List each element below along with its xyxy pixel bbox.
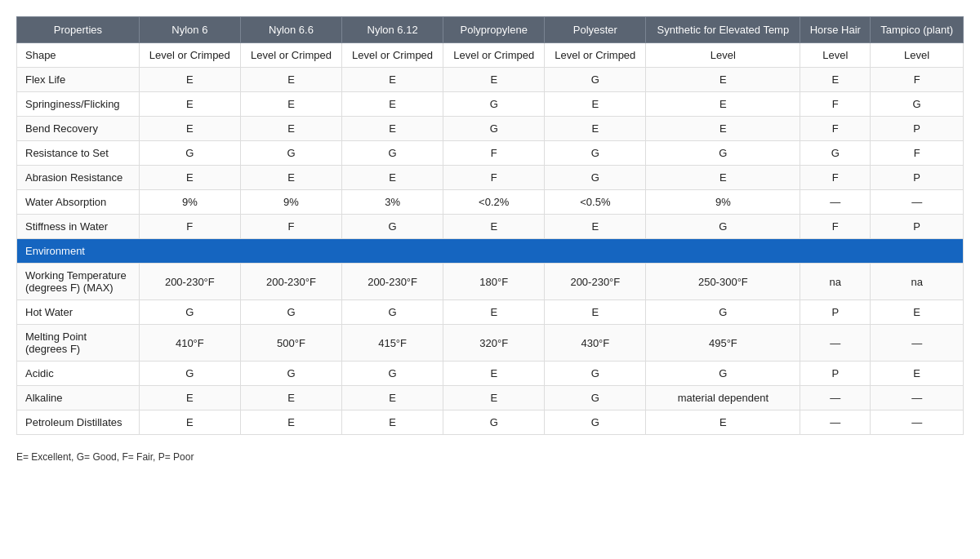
- cell-1-5: E: [646, 92, 800, 117]
- env-cell-0-3: 180°F: [443, 264, 545, 300]
- env-cell-5-4: G: [545, 410, 646, 435]
- cell-2-1: E: [240, 117, 341, 141]
- env-cell-0-0: 200-230°F: [139, 264, 240, 300]
- table-body: ShapeLevel or CrimpedLevel or CrimpedLev…: [17, 43, 964, 435]
- cell-1-6: F: [800, 92, 871, 117]
- table-row: Springiness/FlickingEEEGEEFG: [17, 92, 964, 117]
- env-cell-1-4: E: [545, 300, 646, 325]
- col-header-polyester: Polyester: [545, 17, 646, 43]
- cell-5-6: —: [800, 190, 871, 215]
- row-label: Water Absorption: [17, 190, 140, 215]
- cell-0-2: E: [342, 68, 443, 92]
- cell-5-5: 9%: [646, 190, 800, 215]
- cell-6-1: F: [240, 215, 341, 239]
- col-header-synthetic: Synthetic for Elevated Temp: [646, 17, 800, 43]
- shape-val-0: Level or Crimped: [139, 43, 240, 68]
- cell-5-1: 9%: [240, 190, 341, 215]
- cell-5-0: 9%: [139, 190, 240, 215]
- env-cell-0-5: 250-300°F: [646, 264, 800, 300]
- env-cell-2-3: 320°F: [443, 325, 545, 362]
- shape-val-5: Level: [646, 43, 800, 68]
- env-cell-1-6: P: [800, 300, 871, 325]
- env-table-row: Petroleum DistillatesEEEGGE——: [17, 410, 964, 435]
- cell-4-2: E: [342, 166, 443, 190]
- cell-4-7: P: [871, 166, 964, 190]
- cell-3-3: F: [443, 141, 545, 166]
- shape-label: Shape: [17, 43, 140, 68]
- env-cell-3-6: P: [800, 362, 871, 386]
- cell-2-2: E: [342, 117, 443, 141]
- env-table-row: Melting Point (degrees F)410°F500°F415°F…: [17, 325, 964, 362]
- env-cell-0-6: na: [800, 264, 871, 300]
- env-cell-4-1: E: [240, 386, 341, 410]
- env-cell-3-3: E: [443, 362, 545, 386]
- cell-5-7: —: [871, 190, 964, 215]
- shape-val-6: Level: [800, 43, 871, 68]
- env-cell-3-0: G: [139, 362, 240, 386]
- table-row: Bend RecoveryEEEGEEFP: [17, 117, 964, 141]
- cell-1-7: G: [871, 92, 964, 117]
- cell-0-6: E: [800, 68, 871, 92]
- cell-6-7: P: [871, 215, 964, 239]
- env-row-label: Petroleum Distillates: [17, 410, 140, 435]
- env-cell-5-6: —: [800, 410, 871, 435]
- cell-0-7: F: [871, 68, 964, 92]
- shape-val-1: Level or Crimped: [240, 43, 341, 68]
- shape-val-4: Level or Crimped: [545, 43, 646, 68]
- env-cell-1-0: G: [139, 300, 240, 325]
- env-cell-2-2: 415°F: [342, 325, 443, 362]
- cell-6-6: F: [800, 215, 871, 239]
- env-table-row: AcidicGGGEGGPE: [17, 362, 964, 386]
- env-cell-1-5: G: [646, 300, 800, 325]
- env-cell-4-2: E: [342, 386, 443, 410]
- cell-1-1: E: [240, 92, 341, 117]
- cell-0-5: E: [646, 68, 800, 92]
- env-cell-4-5: material dependent: [646, 386, 800, 410]
- shape-val-2: Level or Crimped: [342, 43, 443, 68]
- cell-2-0: E: [139, 117, 240, 141]
- cell-6-0: F: [139, 215, 240, 239]
- col-header-nylon6: Nylon 6: [139, 17, 240, 43]
- env-cell-3-5: G: [646, 362, 800, 386]
- shape-val-3: Level or Crimped: [443, 43, 545, 68]
- env-cell-0-1: 200-230°F: [240, 264, 341, 300]
- env-cell-2-0: 410°F: [139, 325, 240, 362]
- env-cell-4-0: E: [139, 386, 240, 410]
- cell-6-5: G: [646, 215, 800, 239]
- env-cell-5-7: —: [871, 410, 964, 435]
- env-cell-1-7: E: [871, 300, 964, 325]
- cell-3-1: G: [240, 141, 341, 166]
- env-cell-4-6: —: [800, 386, 871, 410]
- env-cell-2-7: —: [871, 325, 964, 362]
- col-header-tampico: Tampico (plant): [871, 17, 964, 43]
- cell-4-1: E: [240, 166, 341, 190]
- cell-4-3: F: [443, 166, 545, 190]
- env-cell-4-4: G: [545, 386, 646, 410]
- shape-row: ShapeLevel or CrimpedLevel or CrimpedLev…: [17, 43, 964, 68]
- cell-2-4: E: [545, 117, 646, 141]
- cell-2-7: P: [871, 117, 964, 141]
- cell-2-5: E: [646, 117, 800, 141]
- section-header-row: Environment: [17, 239, 964, 264]
- env-cell-0-2: 200-230°F: [342, 264, 443, 300]
- cell-3-2: G: [342, 141, 443, 166]
- col-header-properties: Properties: [17, 17, 140, 43]
- col-header-nylon66: Nylon 6.6: [240, 17, 341, 43]
- table-row: Resistance to SetGGGFGGGF: [17, 141, 964, 166]
- section-header-label: Environment: [17, 239, 964, 264]
- env-cell-3-7: E: [871, 362, 964, 386]
- env-cell-1-3: E: [443, 300, 545, 325]
- cell-3-5: G: [646, 141, 800, 166]
- main-table-wrapper: Properties Nylon 6 Nylon 6.6 Nylon 6.12 …: [16, 16, 964, 463]
- env-cell-5-0: E: [139, 410, 240, 435]
- cell-6-3: E: [443, 215, 545, 239]
- cell-0-3: E: [443, 68, 545, 92]
- cell-6-2: G: [342, 215, 443, 239]
- env-cell-2-1: 500°F: [240, 325, 341, 362]
- cell-2-6: F: [800, 117, 871, 141]
- env-cell-1-1: G: [240, 300, 341, 325]
- cell-4-6: F: [800, 166, 871, 190]
- table-row: Abrasion ResistanceEEEFGEFP: [17, 166, 964, 190]
- env-cell-2-5: 495°F: [646, 325, 800, 362]
- cell-5-2: 3%: [342, 190, 443, 215]
